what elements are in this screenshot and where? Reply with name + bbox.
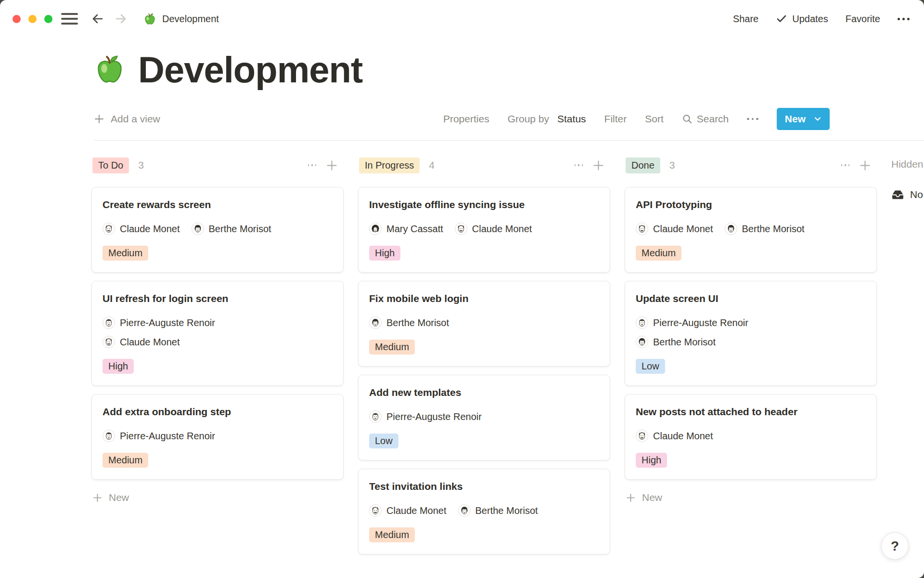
- board-column: In Progress 4 Investigate offline syncin…: [358, 157, 610, 563]
- fullscreen-window-button[interactable]: [44, 15, 52, 23]
- avatar: [369, 504, 382, 517]
- kanban-card[interactable]: Create rewards screen Claude Monet Berth…: [91, 187, 344, 273]
- view-more-options-icon[interactable]: [747, 118, 758, 120]
- more-options-icon[interactable]: [898, 18, 910, 20]
- assignee-chip: Claude Monet: [636, 430, 713, 442]
- column-status-badge[interactable]: In Progress: [359, 158, 420, 173]
- column-header: Done 3: [625, 157, 877, 174]
- column-card-count: 4: [429, 159, 435, 171]
- avatar: [636, 430, 648, 442]
- kanban-card[interactable]: Investigate offline syncing issue Mary C…: [358, 187, 610, 273]
- forward-arrow-icon[interactable]: [114, 12, 128, 26]
- add-view-button[interactable]: Add a view: [94, 113, 160, 125]
- plus-icon: [626, 493, 636, 503]
- card-assignees: Claude Monet: [636, 430, 813, 442]
- card-title: Test invitation links: [369, 480, 599, 493]
- kanban-card[interactable]: UI refresh for login screen Pierre-Augus…: [91, 281, 344, 386]
- breadcrumb[interactable]: Development: [143, 13, 219, 26]
- avatar: [369, 316, 382, 329]
- page-icon-green-apple[interactable]: [94, 53, 126, 85]
- window-corner: [913, 567, 924, 578]
- window-corner: [0, 0, 11, 11]
- sidebar-menu-icon[interactable]: [61, 11, 78, 26]
- add-card-label: New: [642, 492, 662, 503]
- avatar: [369, 410, 382, 423]
- page-title[interactable]: Development: [138, 49, 362, 91]
- card-title: Add new templates: [369, 386, 599, 399]
- card-assignees: Pierre-Auguste Renoir Claude Monet: [103, 316, 280, 348]
- column-more-icon[interactable]: [575, 161, 583, 170]
- group-by-value: Status: [557, 113, 586, 125]
- minimize-window-button[interactable]: [28, 15, 37, 23]
- column-add-icon[interactable]: [859, 159, 871, 171]
- column-add-icon[interactable]: [592, 159, 604, 171]
- hidden-group-item[interactable]: No Status: [891, 188, 924, 201]
- new-button[interactable]: New: [777, 108, 830, 130]
- assignee-chip: Berthe Morisot: [725, 223, 805, 235]
- column-status-badge[interactable]: Done: [626, 158, 660, 173]
- card-assignees: Claude Monet Berthe Morisot: [636, 223, 813, 235]
- filter-button[interactable]: Filter: [604, 113, 627, 125]
- chevron-down-icon: [814, 115, 821, 123]
- assignee-name: Berthe Morisot: [386, 317, 449, 328]
- properties-button[interactable]: Properties: [443, 113, 489, 125]
- card-assignees: Claude Monet Berthe Morisot: [103, 223, 280, 235]
- assignee-chip: Pierre-Auguste Renoir: [369, 410, 482, 423]
- card-title: Update screen UI: [636, 292, 866, 305]
- priority-badge: Low: [636, 359, 665, 374]
- assignee-chip: Claude Monet: [636, 223, 713, 235]
- card-title: Add extra onboarding step: [103, 405, 333, 418]
- card-title: Fix mobile web login: [369, 292, 599, 305]
- assignee-name: Claude Monet: [653, 431, 713, 442]
- card-title: Investigate offline syncing issue: [369, 198, 599, 211]
- assignee-name: Pierre-Auguste Renoir: [120, 431, 215, 442]
- favorite-button[interactable]: Favorite: [846, 13, 880, 25]
- kanban-card[interactable]: New posts not attached to header Claude …: [625, 394, 877, 480]
- help-button[interactable]: ?: [881, 532, 909, 560]
- assignee-chip: Pierre-Auguste Renoir: [636, 316, 748, 329]
- assignee-name: Pierre-Auguste Renoir: [386, 411, 482, 422]
- card-title: Create rewards screen: [103, 198, 333, 211]
- close-window-button[interactable]: [13, 15, 21, 23]
- check-icon: [776, 13, 787, 25]
- kanban-card[interactable]: Add new templates Pierre-Auguste Renoir …: [358, 375, 610, 460]
- hidden-columns-label[interactable]: Hidden: [891, 158, 924, 170]
- add-card-button[interactable]: New: [625, 488, 877, 507]
- kanban-card[interactable]: Add extra onboarding step Pierre-Auguste…: [91, 394, 344, 480]
- assignee-chip: Berthe Morisot: [458, 504, 538, 517]
- column-more-icon[interactable]: [308, 161, 316, 170]
- priority-badge: Medium: [103, 246, 148, 261]
- kanban-card[interactable]: Update screen UI Pierre-Auguste Renoir B…: [625, 281, 877, 386]
- search-button[interactable]: Search: [682, 113, 729, 125]
- page-header: Development: [94, 49, 924, 90]
- column-status-badge[interactable]: To Do: [92, 158, 129, 173]
- share-button[interactable]: Share: [733, 13, 758, 25]
- back-arrow-icon[interactable]: [90, 12, 105, 26]
- hidden-group-name: No Status: [910, 189, 924, 200]
- assignee-chip: Mary Cassatt: [369, 223, 443, 235]
- group-by-button[interactable]: Group byStatus: [508, 113, 586, 125]
- kanban-card[interactable]: API Prototyping Claude Monet Berthe Mori…: [625, 187, 877, 273]
- column-header: In Progress 4: [358, 157, 610, 174]
- column-cards: Investigate offline syncing issue Mary C…: [358, 187, 610, 554]
- assignee-chip: Claude Monet: [455, 223, 532, 235]
- priority-badge: Medium: [369, 340, 415, 355]
- kanban-card[interactable]: Fix mobile web login Berthe Morisot Medi…: [358, 281, 610, 367]
- updates-button[interactable]: Updates: [776, 13, 828, 25]
- priority-badge: High: [103, 359, 134, 374]
- column-more-icon[interactable]: [841, 161, 849, 170]
- assignee-name: Claude Monet: [653, 223, 713, 235]
- column-add-icon[interactable]: [326, 159, 338, 171]
- assignee-name: Berthe Morisot: [475, 505, 538, 516]
- avatar: [103, 430, 115, 442]
- column-card-count: 3: [138, 159, 144, 171]
- priority-badge: Medium: [369, 527, 415, 542]
- kanban-card[interactable]: Test invitation links Claude Monet Berth…: [358, 469, 610, 554]
- green-apple-icon: [143, 13, 156, 26]
- card-assignees: Pierre-Auguste Renoir Berthe Morisot: [636, 316, 813, 348]
- avatar: [636, 316, 648, 329]
- avatar: [458, 504, 471, 517]
- add-card-button[interactable]: New: [91, 488, 344, 507]
- sort-button[interactable]: Sort: [645, 113, 664, 125]
- card-title: API Prototyping: [636, 198, 866, 211]
